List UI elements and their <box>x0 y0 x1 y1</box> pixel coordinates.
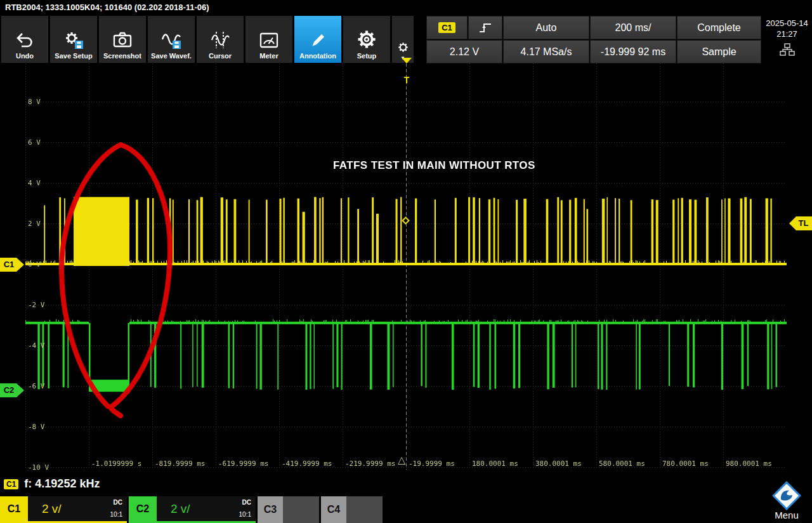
measurement-value: f: 4.19252 kHz <box>24 477 100 491</box>
save-waveform-button[interactable]: Save Wavef. <box>148 16 195 63</box>
channel3-settings <box>283 496 319 523</box>
sample-rate-value: 4.17 MSa/s <box>521 46 572 58</box>
meter-button[interactable]: Meter <box>246 16 292 63</box>
channel2-badge: C2 <box>129 496 157 521</box>
channel3-badge: C3 <box>258 496 283 523</box>
small-gear-icon <box>398 42 409 53</box>
toolbar-overflow-button[interactable]: ▾ <box>392 16 414 63</box>
channel2-settings: 2 v/ DC 10:1 <box>157 496 256 521</box>
horizontal-position-value: -19.999 92 ms <box>601 46 665 58</box>
acquisition-status-cell[interactable]: Complete <box>677 16 761 39</box>
trigger-level-value: 2.12 V <box>450 46 479 58</box>
meter-icon <box>259 30 279 50</box>
ch1-position-marker[interactable]: C1 <box>0 258 24 272</box>
undo-icon <box>15 30 34 50</box>
trigger-slope-icon <box>478 22 492 34</box>
cursor-button[interactable]: Cursor <box>197 16 244 63</box>
trigger-level-cell[interactable]: 2.12 V <box>426 40 502 63</box>
save-waveform-icon <box>161 30 181 50</box>
trigger-mode-value: Auto <box>536 22 557 34</box>
titlebar: RTB2004; 1333.1005K04; 101640 (02.202 20… <box>0 0 812 15</box>
trigger-position-marker[interactable]: T <box>402 63 412 85</box>
sample-rate-cell[interactable]: 4.17 MSa/s <box>503 40 589 63</box>
annotation-label: Annotation <box>299 52 336 60</box>
timebase-value: 200 ms/ <box>615 22 652 34</box>
save-setup-button[interactable]: Save Setup <box>50 16 97 63</box>
cursor-icon <box>210 30 230 50</box>
channel4-badge: C4 <box>321 496 346 523</box>
save-waveform-label: Save Wavef. <box>151 52 192 60</box>
toolbar: Undo Save Setup Screenshot <box>1 16 414 63</box>
setup-button[interactable]: Setup <box>343 16 390 63</box>
channel2-section[interactable]: C2 2 v/ DC 10:1 <box>129 496 256 523</box>
screenshot-button[interactable]: Screenshot <box>99 16 146 63</box>
save-setup-icon <box>63 30 84 50</box>
menu-label: Menu <box>775 510 799 520</box>
date-value: 2025-05-14 <box>762 18 812 29</box>
channel1-badge: C1 <box>0 496 28 521</box>
waveform-canvas <box>25 63 787 470</box>
annotation-text: FATFS TEST IN MAIN WITHOUT RTOS <box>333 159 535 172</box>
trigger-time-pointer-icon: △ <box>398 454 405 466</box>
measurement-source-badge: C1 <box>4 479 18 489</box>
channel3-section[interactable]: C3 <box>258 496 319 523</box>
horizontal-position-cell[interactable]: -19.999 92 ms <box>590 40 676 63</box>
trigger-mode-cell[interactable]: Auto <box>503 16 589 39</box>
trigger-slope-cell[interactable] <box>468 16 502 39</box>
acquisition-status-value: Complete <box>697 22 740 34</box>
timebase-cell[interactable]: 200 ms/ <box>590 16 676 39</box>
gear-icon <box>357 29 377 50</box>
trigger-source-badge: C1 <box>438 22 455 33</box>
undo-button[interactable]: Undo <box>1 16 48 63</box>
network-icon <box>780 43 795 56</box>
channel2-probe: 10:1 <box>239 511 251 518</box>
trigger-arrow-icon <box>402 58 412 74</box>
channel1-settings: 2 v/ DC 10:1 <box>28 496 127 521</box>
datetime-display: 2025-05-14 21:27 <box>762 16 812 63</box>
channel1-coupling: DC <box>114 499 122 506</box>
rohde-schwarz-logo <box>772 481 801 510</box>
channel2-scale: 2 v/ <box>171 502 190 516</box>
cursor-label: Cursor <box>209 52 232 60</box>
setup-label: Setup <box>357 52 377 60</box>
trigger-level-marker[interactable]: TL <box>789 216 812 230</box>
undo-label: Undo <box>16 52 34 60</box>
meter-label: Meter <box>259 52 278 60</box>
acquisition-mode-cell[interactable]: Sample <box>677 40 761 63</box>
trigger-marker-label: T <box>402 75 412 85</box>
screenshot-label: Screenshot <box>103 52 141 60</box>
pencil-icon <box>308 30 327 50</box>
channel1-section[interactable]: C1 2 v/ DC 10:1 <box>0 496 127 523</box>
annotation-button[interactable]: Annotation <box>294 16 341 63</box>
channel2-coupling: DC <box>242 499 251 506</box>
channel-strip: C1 2 v/ DC 10:1 C2 2 v/ DC 10:1 C3 C4 <box>0 496 812 523</box>
time-value: 21:27 <box>762 29 812 39</box>
ch2-position-marker[interactable]: C2 <box>0 383 24 397</box>
channel4-section[interactable]: C4 <box>321 496 383 523</box>
trigger-source-cell[interactable]: C1 <box>426 16 468 39</box>
camera-icon <box>112 30 133 50</box>
status-panel: C1 Auto 200 ms/ Complete 2.12 V <box>426 16 761 63</box>
channel1-scale: 2 v/ <box>42 502 62 516</box>
oscilloscope-screen: RTB2004; 1333.1005K04; 101640 (02.202 20… <box>0 0 812 523</box>
waveform-display[interactable]: 8 V6 V4 V2 V0 V-2 V-4 V-6 V-8 V-10 V-1.0… <box>25 63 787 470</box>
menu-button[interactable]: Menu <box>761 472 812 523</box>
acquisition-mode-value: Sample <box>702 46 736 58</box>
channel1-probe: 10:1 <box>110 511 122 518</box>
device-id-text: RTB2004; 1333.1005K04; 101640 (02.202 20… <box>5 3 209 12</box>
save-setup-label: Save Setup <box>55 52 92 60</box>
channel4-settings <box>346 496 383 523</box>
measurement-bar: C1 f: 4.19252 kHz <box>0 472 812 496</box>
